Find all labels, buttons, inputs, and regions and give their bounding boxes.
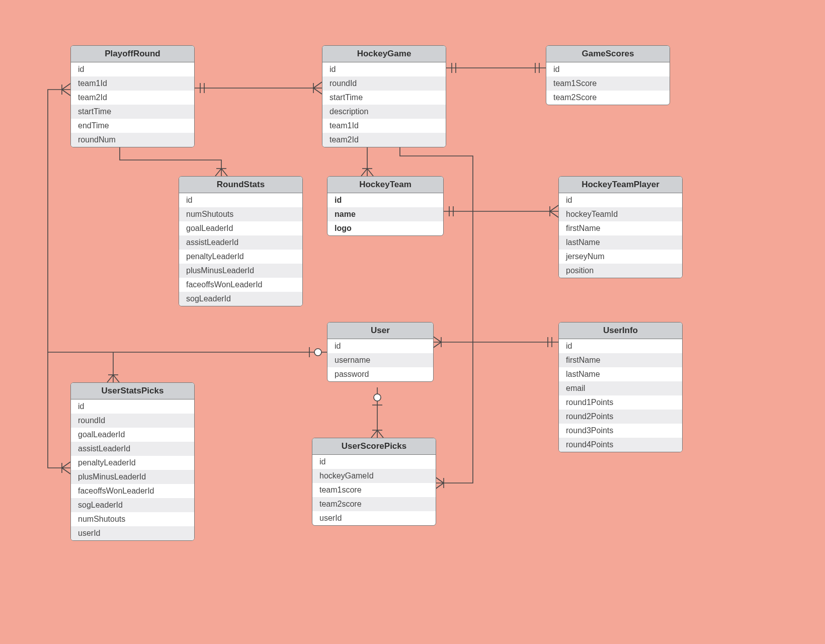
entity-title: UserStatsPicks bbox=[71, 383, 194, 399]
svg-line-30 bbox=[550, 205, 558, 211]
field-row: startTime bbox=[322, 91, 446, 105]
field-row: name bbox=[327, 207, 443, 221]
entity-fields: idhockeyTeamIdfirstNamelastNamejerseyNum… bbox=[559, 193, 682, 278]
entity-title: User bbox=[327, 323, 433, 339]
field-row: round3Points bbox=[559, 424, 682, 438]
entity-title: RoundStats bbox=[179, 177, 302, 193]
field-row: startTime bbox=[71, 105, 194, 119]
svg-line-41 bbox=[62, 84, 70, 90]
entity-fields: idhockeyGameIdteam1scoreteam2scoreuserId bbox=[312, 455, 436, 525]
field-row: hockeyTeamId bbox=[559, 207, 682, 221]
entity-hockeyTeam[interactable]: HockeyTeamidnamelogo bbox=[327, 176, 444, 236]
entity-playoffRound[interactable]: PlayoffRoundidteam1Idteam2IdstartTimeend… bbox=[70, 45, 195, 147]
entity-fields: idusernamepassword bbox=[327, 339, 433, 381]
svg-point-49 bbox=[374, 394, 381, 401]
field-row: team2Id bbox=[322, 133, 446, 147]
entity-gameScores[interactable]: GameScoresidteam1Scoreteam2Score bbox=[546, 45, 670, 105]
entity-userInfo[interactable]: UserInfoidfirstNamelastNameemailround1Po… bbox=[558, 322, 683, 452]
entity-hockeyTeamPlayer[interactable]: HockeyTeamPlayeridhockeyTeamIdfirstNamel… bbox=[558, 176, 683, 278]
field-row: id bbox=[546, 62, 670, 76]
svg-point-39 bbox=[314, 349, 321, 356]
entity-fields: idroundIdgoalLeaderIdassistLeaderIdpenal… bbox=[71, 399, 194, 540]
field-row: penaltyLeaderId bbox=[71, 456, 194, 470]
field-row: id bbox=[322, 62, 446, 76]
entity-fields: idfirstNamelastNameemailround1Pointsroun… bbox=[559, 339, 682, 452]
entity-hockeyGame[interactable]: HockeyGameidroundIdstartTimedescriptiont… bbox=[322, 45, 446, 147]
field-row: endTime bbox=[71, 119, 194, 133]
field-row: plusMinusLeaderId bbox=[179, 264, 302, 278]
svg-line-46 bbox=[113, 375, 119, 382]
field-row: userId bbox=[312, 511, 436, 525]
field-row: numShutouts bbox=[179, 207, 302, 221]
field-row: password bbox=[327, 367, 433, 381]
field-row: sogLeaderId bbox=[71, 498, 194, 512]
entity-title: PlayoffRound bbox=[71, 46, 194, 62]
field-row: id bbox=[559, 193, 682, 207]
field-row: lastName bbox=[559, 367, 682, 381]
field-row: round1Points bbox=[559, 395, 682, 410]
field-row: goalLeaderId bbox=[179, 221, 302, 235]
entity-fields: idnamelogo bbox=[327, 193, 443, 235]
entity-title: UserScorePicks bbox=[312, 438, 436, 455]
svg-line-58 bbox=[62, 468, 70, 474]
entity-userStatsPicks[interactable]: UserStatsPicksidroundIdgoalLeaderIdassis… bbox=[70, 382, 195, 541]
svg-line-15 bbox=[221, 169, 227, 176]
field-row: id bbox=[312, 455, 436, 469]
field-row: roundNum bbox=[71, 133, 194, 147]
svg-line-22 bbox=[367, 169, 373, 176]
entity-title: HockeyTeam bbox=[327, 177, 443, 193]
field-row: firstName bbox=[559, 353, 682, 367]
field-row: email bbox=[559, 381, 682, 395]
svg-line-45 bbox=[107, 375, 113, 382]
svg-line-35 bbox=[433, 342, 441, 348]
field-row: id bbox=[71, 399, 194, 414]
field-row: logo bbox=[327, 221, 443, 235]
field-row: roundId bbox=[71, 414, 194, 428]
svg-line-51 bbox=[371, 430, 377, 438]
field-row: team2Id bbox=[71, 91, 194, 105]
field-row: id bbox=[327, 339, 433, 353]
field-row: id bbox=[179, 193, 302, 207]
field-row: team1Id bbox=[322, 119, 446, 133]
field-row: round2Points bbox=[559, 410, 682, 424]
field-row: position bbox=[559, 264, 682, 278]
field-row: team2score bbox=[312, 497, 436, 511]
field-row: userId bbox=[71, 526, 194, 540]
field-row: assistLeaderId bbox=[179, 235, 302, 250]
field-row: goalLeaderId bbox=[71, 428, 194, 442]
entity-fields: idroundIdstartTimedescriptionteam1Idteam… bbox=[322, 62, 446, 147]
field-row: roundId bbox=[322, 76, 446, 91]
entity-roundStats[interactable]: RoundStatsidnumShutoutsgoalLeaderIdassis… bbox=[179, 176, 303, 306]
entity-title: HockeyGame bbox=[322, 46, 446, 62]
field-row: lastName bbox=[559, 235, 682, 250]
svg-line-3 bbox=[313, 82, 322, 88]
entity-userScorePicks[interactable]: UserScorePicksidhockeyGameIdteam1scorete… bbox=[312, 438, 436, 526]
field-row: numShutouts bbox=[71, 512, 194, 526]
entity-fields: idnumShutoutsgoalLeaderIdassistLeaderIdp… bbox=[179, 193, 302, 306]
field-row: jerseyNum bbox=[559, 250, 682, 264]
field-row: team1Id bbox=[71, 76, 194, 91]
field-row: username bbox=[327, 353, 433, 367]
svg-line-21 bbox=[361, 169, 367, 176]
field-row: sogLeaderId bbox=[179, 292, 302, 306]
field-row: id bbox=[559, 339, 682, 353]
field-row: team1score bbox=[312, 483, 436, 497]
er-diagram-canvas: PlayoffRoundidteam1Idteam2IdstartTimeend… bbox=[0, 0, 825, 644]
field-row: team1Score bbox=[546, 76, 670, 91]
svg-line-57 bbox=[62, 462, 70, 468]
field-row: round4Points bbox=[559, 438, 682, 452]
entity-title: HockeyTeamPlayer bbox=[559, 177, 682, 193]
field-row: firstName bbox=[559, 221, 682, 235]
field-row: assistLeaderId bbox=[71, 442, 194, 456]
svg-line-34 bbox=[433, 336, 441, 342]
field-row: team2Score bbox=[546, 91, 670, 105]
svg-line-14 bbox=[215, 169, 221, 176]
entity-title: GameScores bbox=[546, 46, 670, 62]
entity-user[interactable]: Useridusernamepassword bbox=[327, 322, 434, 382]
field-row: faceoffsWonLeaderId bbox=[179, 278, 302, 292]
field-row: id bbox=[71, 62, 194, 76]
svg-line-55 bbox=[435, 483, 444, 489]
field-row: penaltyLeaderId bbox=[179, 250, 302, 264]
svg-line-4 bbox=[313, 88, 322, 94]
svg-line-52 bbox=[377, 430, 383, 438]
